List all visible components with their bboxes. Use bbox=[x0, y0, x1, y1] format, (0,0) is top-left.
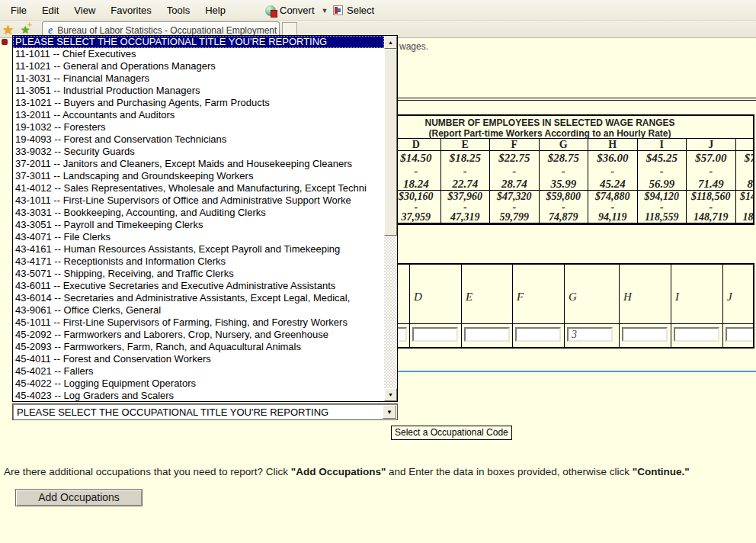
entry-table-headers: D E F G H I J bbox=[358, 265, 753, 324]
employee-count-input-i[interactable] bbox=[674, 327, 719, 342]
scroll-up-icon[interactable]: ▲ bbox=[384, 36, 397, 49]
scroll-down-icon[interactable]: ▼ bbox=[384, 388, 397, 401]
menu-favorites[interactable]: Favorites bbox=[103, 2, 159, 18]
hourly-range: $45.25-56.99 bbox=[637, 151, 687, 190]
option[interactable]: 43-4171 -- Receptionists and Information… bbox=[13, 255, 384, 268]
option[interactable]: 41-4012 -- Sales Representatives, Wholes… bbox=[13, 182, 384, 194]
occupation-select[interactable]: PLEASE SELECT THE OCCUPATIONAL TITLE YOU… bbox=[12, 403, 398, 420]
annual-range: $47,320-59,799 bbox=[489, 191, 539, 223]
option[interactable]: 43-4161 -- Human Resources Assistants, E… bbox=[13, 243, 384, 255]
menu-view[interactable]: View bbox=[66, 2, 103, 18]
option[interactable]: 19-4093 -- Forest and Conservation Techn… bbox=[13, 133, 384, 146]
employee-count-input-f[interactable] bbox=[515, 327, 561, 342]
hourly-range: $22.75-28.74 bbox=[489, 151, 539, 190]
entry-col-letter: H bbox=[620, 265, 671, 304]
employee-count-input-j[interactable] bbox=[726, 327, 754, 342]
option[interactable]: 37-3011 -- Landscaping and Groundskeepin… bbox=[13, 170, 384, 182]
option[interactable]: 11-1011 -- Chief Executives bbox=[13, 48, 384, 60]
menu-tools[interactable]: Tools bbox=[159, 2, 197, 18]
add-occupations-button[interactable]: Add Occupations bbox=[15, 489, 143, 506]
entry-col-letter: G bbox=[565, 265, 619, 304]
hourly-range: $18.25-22.74 bbox=[440, 151, 490, 190]
entry-table-inputs bbox=[358, 324, 753, 347]
entry-col-letter: J bbox=[723, 265, 754, 304]
occupation-dropdown-list: PLEASE SELECT THE OCCUPATIONAL TITLE YOU… bbox=[12, 35, 398, 402]
chevron-down-icon[interactable]: ▼ bbox=[319, 7, 332, 14]
entry-col-letter: F bbox=[513, 265, 564, 304]
tooltip: Select a Occupational Code bbox=[391, 426, 512, 440]
annual-range: $94,120-118,559 bbox=[637, 191, 687, 223]
convert-label: Convert bbox=[280, 5, 315, 16]
divider bbox=[387, 100, 756, 101]
option-prompt[interactable]: PLEASE SELECT THE OCCUPATIONAL TITLE YOU… bbox=[13, 36, 384, 48]
dropdown-arrow-icon[interactable]: ▼ bbox=[383, 405, 396, 419]
employee-count-input-h[interactable] bbox=[622, 327, 668, 342]
menu-bar: File Edit View Favorites Tools Help bbox=[0, 0, 756, 21]
col-header: E bbox=[440, 139, 490, 150]
option[interactable]: 43-4071 -- File Clerks bbox=[13, 231, 384, 243]
option[interactable]: 43-5071 -- Shipping, Receiving, and Traf… bbox=[13, 268, 384, 280]
option[interactable]: 37-2011 -- Janitors and Cleaners, Except… bbox=[13, 158, 384, 170]
col-header: J bbox=[686, 139, 735, 150]
hourly-range: $71.50-89.99 bbox=[735, 151, 755, 190]
annual-range: $30,160-37,959 bbox=[391, 191, 440, 223]
entry-col-letter: I bbox=[671, 265, 722, 304]
occupation-select-value: PLEASE SELECT THE OCCUPATIONAL TITLE YOU… bbox=[17, 406, 328, 418]
col-header: D bbox=[391, 139, 440, 150]
employee-count-input-d[interactable] bbox=[412, 327, 458, 342]
menu-edit[interactable]: Edit bbox=[34, 2, 66, 18]
annual-range: $59,800-74,879 bbox=[539, 191, 588, 223]
add-favorite-icon[interactable]: ★+ bbox=[21, 24, 30, 36]
option[interactable]: 45-4021 -- Fallers bbox=[13, 365, 384, 378]
horizontal-rule-blue bbox=[358, 371, 756, 372]
employee-count-input-g[interactable] bbox=[567, 327, 613, 342]
option[interactable]: 43-9061 -- Office Clerks, General bbox=[13, 304, 384, 316]
tab-title: Bureau of Labor Statistics - Occupationa… bbox=[57, 25, 277, 36]
option[interactable]: 43-3031 -- Bookkeeping, Accounting, and … bbox=[13, 207, 384, 219]
hourly-range: $36.00-45.24 bbox=[588, 151, 637, 190]
annual-range: $148,720-187,199 bbox=[735, 191, 755, 223]
col-header: H bbox=[588, 139, 637, 150]
option[interactable]: 43-1011 -- First-Line Supervisors of Off… bbox=[13, 194, 384, 207]
option[interactable]: 11-3051 -- Industrial Production Manager… bbox=[13, 85, 384, 97]
annual-range: $74,880-94,119 bbox=[588, 191, 637, 223]
option[interactable]: 45-4011 -- Forest and Conservation Worke… bbox=[13, 353, 384, 365]
option[interactable]: 13-1021 -- Buyers and Purchasing Agents,… bbox=[13, 97, 384, 109]
option[interactable]: 19-1032 -- Foresters bbox=[13, 121, 384, 133]
option[interactable]: 13-2011 -- Accountants and Auditors bbox=[13, 109, 384, 121]
col-header: G bbox=[539, 139, 588, 150]
col-header bbox=[735, 139, 755, 150]
employee-entry-table: D E F G H I J bbox=[358, 263, 754, 349]
browser-window: File Edit View Favorites Tools Help Conv… bbox=[0, 0, 756, 543]
option[interactable]: 45-2093 -- Farmworkers, Farm, Ranch, and… bbox=[13, 341, 384, 353]
scrollbar-thumb[interactable] bbox=[384, 49, 397, 236]
option[interactable]: 45-1011 -- First-Line Supervisors of Far… bbox=[13, 316, 384, 329]
occupation-options: PLEASE SELECT THE OCCUPATIONAL TITLE YOU… bbox=[13, 36, 384, 402]
instruction-text: Are there additional occupations that yo… bbox=[4, 466, 747, 477]
option[interactable]: 43-3051 -- Payroll and Timekeeping Clerk… bbox=[13, 219, 384, 231]
option[interactable]: 45-2092 -- Farmworkers and Laborers, Cro… bbox=[13, 329, 384, 341]
hourly-range: $28.75-35.99 bbox=[539, 151, 588, 190]
option[interactable]: 45-4023 -- Log Graders and Scalers bbox=[13, 390, 384, 402]
option[interactable]: 43-6014 -- Secretaries and Administrativ… bbox=[13, 292, 384, 304]
entry-col-letter: E bbox=[462, 265, 512, 304]
annual-range: $37,960-47,319 bbox=[440, 191, 490, 223]
option[interactable]: 33-9032 -- Security Guards bbox=[13, 146, 384, 158]
select-tool-label: Select bbox=[347, 5, 374, 16]
option[interactable]: 43-6011 -- Executive Secretaries and Exe… bbox=[13, 280, 384, 292]
employee-count-input-e[interactable] bbox=[464, 327, 510, 342]
select-tool-button[interactable]: Select bbox=[333, 0, 374, 21]
menu-help[interactable]: Help bbox=[197, 2, 233, 18]
convert-icon bbox=[265, 5, 276, 16]
partial-icon-fragment bbox=[2, 39, 8, 45]
option[interactable]: 45-4022 -- Logging Equipment Operators bbox=[13, 378, 384, 390]
col-header: F bbox=[489, 139, 539, 150]
option[interactable]: 11-3031 -- Financial Managers bbox=[13, 72, 384, 85]
select-tool-icon bbox=[333, 5, 343, 15]
convert-button[interactable]: Convert ▼ bbox=[265, 0, 331, 21]
dropdown-scrollbar[interactable]: ▲ ▼ bbox=[384, 36, 397, 401]
wages-text-fragment: wages. bbox=[399, 41, 428, 52]
annual-range: $118,560-148,719 bbox=[686, 191, 735, 223]
option[interactable]: 11-1021 -- General and Operations Manage… bbox=[13, 60, 384, 72]
menu-file[interactable]: File bbox=[3, 2, 34, 18]
